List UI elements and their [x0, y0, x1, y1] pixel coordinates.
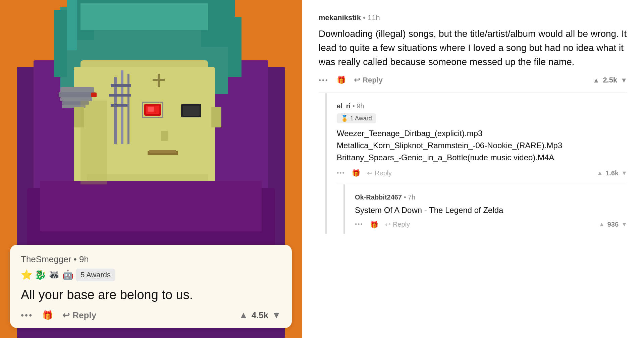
svg-rect-7 — [80, 3, 208, 30]
svg-rect-40 — [211, 107, 221, 127]
sub-reply-icon: ↩ — [367, 169, 373, 177]
award-robot-icon: 🤖 — [62, 269, 74, 280]
deep-comment-username: Ok-Rabbit2467 — [355, 193, 402, 201]
sub-comment-body: Weezer_Teenage_Dirtbag_(explicit).mp3 Me… — [337, 127, 627, 164]
top-comment-body: Downloading (illegal) songs, but the tit… — [319, 27, 627, 69]
thread-line-1 — [325, 93, 327, 234]
deep-vote-section: ▲ 936 ▼ — [599, 221, 627, 228]
top-vote-section: ▲ 2.5k ▼ — [593, 76, 627, 84]
awards-count-text: 5 Awards — [80, 271, 111, 279]
sub-more-button[interactable]: ••• — [337, 170, 345, 177]
svg-rect-34 — [59, 92, 96, 97]
deep-reply-label: Reply — [393, 221, 410, 228]
vote-section: ▲ 4.5k ▼ — [239, 310, 281, 321]
more-options-button[interactable]: ••• — [21, 310, 33, 321]
downvote-button[interactable]: ▼ — [272, 310, 281, 321]
svg-rect-26 — [153, 79, 165, 81]
sub-upvote-button[interactable]: ▲ — [597, 170, 603, 177]
sub-gift-button[interactable]: 🎁 — [352, 169, 360, 177]
svg-rect-32 — [40, 181, 262, 231]
svg-rect-16 — [111, 84, 131, 87]
svg-rect-14 — [121, 70, 123, 144]
deep-comment: Ok-Rabbit2467 • 7h System Of A Down - Th… — [355, 184, 627, 234]
svg-rect-41 — [80, 101, 107, 184]
action-bar: ••• 🎁 ↩ Reply ▲ 4.5k ▼ — [21, 310, 281, 321]
comment-card: TheSmegger • 9h ⭐ 🐉 🦝 🤖 5 Awards All you… — [10, 245, 292, 328]
top-reply-label: Reply — [363, 76, 383, 84]
comment-username: TheSmegger — [21, 254, 71, 264]
deep-thread: Ok-Rabbit2467 • 7h System Of A Down - Th… — [337, 184, 627, 234]
svg-rect-17 — [109, 94, 131, 97]
svg-rect-27 — [161, 131, 168, 141]
svg-rect-38 — [91, 93, 97, 97]
award-medal-icon: 🏅 — [341, 115, 348, 122]
upvote-button[interactable]: ▲ — [239, 310, 248, 321]
top-more-button[interactable]: ••• — [319, 76, 329, 84]
top-comment-username: mekanikstik — [319, 13, 361, 22]
gift-icon: 🎁 — [42, 310, 53, 321]
top-comment: mekanikstik • 11h Downloading (illegal) … — [319, 13, 627, 93]
deep-upvote-button[interactable]: ▲ — [599, 221, 605, 228]
reply-icon: ↩ — [62, 310, 70, 321]
sub-comment-username: el_ri — [337, 102, 351, 110]
gift-button[interactable]: 🎁 — [42, 310, 53, 321]
deep-reply-button[interactable]: ↩ Reply — [385, 221, 410, 229]
comment-separator: • — [74, 254, 79, 264]
top-comment-header: mekanikstik • 11h — [319, 13, 627, 22]
sub-reply-label: Reply — [375, 169, 392, 177]
sub-comment-actions: ••• 🎁 ↩ Reply ▲ 1.6k ▼ — [337, 169, 627, 177]
top-reply-button[interactable]: ↩ Reply — [354, 76, 383, 84]
sub-award-text: 1 Award — [350, 115, 372, 122]
svg-rect-18 — [111, 104, 127, 107]
deep-gift-button[interactable]: 🎁 — [370, 221, 378, 229]
top-comment-time: 11h — [368, 13, 380, 22]
thread-section: el_ri • 9h 🏅 1 Award Weezer_Teenage_Dirt… — [319, 93, 627, 234]
sub-comment-time: 9h — [357, 102, 364, 110]
deep-reply-icon: ↩ — [385, 221, 391, 229]
svg-rect-8 — [54, 10, 67, 77]
deep-comment-actions: ••• 🎁 ↩ Reply ▲ 936 ▼ — [355, 221, 627, 229]
svg-rect-10 — [67, 0, 77, 50]
reply-label: Reply — [72, 310, 96, 321]
top-gift-button[interactable]: 🎁 — [337, 76, 346, 84]
award-raccoon-icon: 🦝 — [48, 269, 60, 280]
svg-rect-9 — [228, 17, 241, 77]
top-comment-actions: ••• 🎁 ↩ Reply ▲ 2.5k ▼ — [319, 76, 627, 84]
sub-vote-section: ▲ 1.6k ▼ — [597, 169, 627, 177]
sub-vote-count: 1.6k — [605, 169, 619, 177]
deep-vote-count: 936 — [607, 221, 619, 228]
top-reply-icon: ↩ — [354, 76, 360, 84]
awards-count-badge: 5 Awards — [76, 269, 115, 281]
top-vote-count: 2.5k — [603, 76, 617, 84]
sub-comment-header: el_ri • 9h — [337, 102, 627, 110]
top-comment-separator: • — [363, 13, 368, 22]
svg-rect-29 — [149, 150, 176, 153]
deep-comment-header: Ok-Rabbit2467 • 7h — [355, 193, 627, 201]
svg-rect-21 — [148, 107, 154, 112]
vote-count: 4.5k — [252, 310, 269, 321]
sub-reply-button[interactable]: ↩ Reply — [367, 169, 392, 177]
left-panel: TheSmegger • 9h ⭐ 🐉 🦝 🤖 5 Awards All you… — [0, 0, 302, 338]
top-downvote-button[interactable]: ▼ — [621, 76, 627, 84]
sub-comment: el_ri • 9h 🏅 1 Award Weezer_Teenage_Dirt… — [337, 93, 627, 184]
sub-downvote-button[interactable]: ▼ — [621, 170, 627, 177]
comment-author-line: TheSmegger • 9h — [21, 254, 281, 265]
svg-rect-24 — [183, 106, 200, 116]
comment-text: All your base are belong to us. — [21, 287, 281, 303]
comment-time: 9h — [79, 254, 89, 264]
thread-comments: el_ri • 9h 🏅 1 Award Weezer_Teenage_Dirt… — [337, 93, 627, 234]
award-star-icon: ⭐ — [21, 269, 33, 280]
reply-button[interactable]: ↩ Reply — [62, 310, 96, 321]
awards-row: ⭐ 🐉 🦝 🤖 5 Awards — [21, 269, 281, 281]
top-upvote-button[interactable]: ▲ — [593, 76, 600, 84]
award-dragon-icon: 🐉 — [35, 269, 46, 280]
thread-line-2 — [343, 184, 345, 234]
deep-downvote-button[interactable]: ▼ — [621, 221, 627, 228]
deep-more-button[interactable]: ••• — [355, 221, 363, 228]
deep-comment-body: System Of A Down - The Legend of Zelda — [355, 205, 627, 216]
sub-comment-award: 🏅 1 Award — [337, 113, 376, 123]
deep-comment-time: 7h — [408, 193, 415, 201]
right-panel: mekanikstik • 11h Downloading (illegal) … — [302, 0, 644, 338]
